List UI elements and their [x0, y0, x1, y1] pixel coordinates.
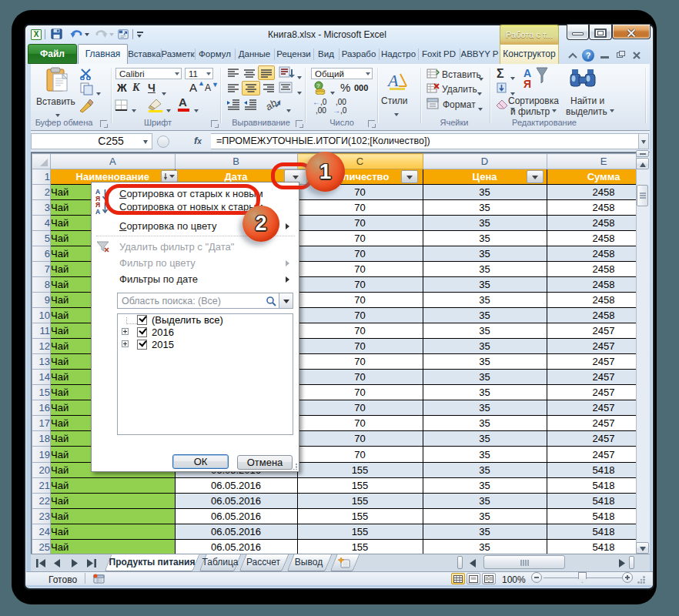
svg-text:A: A	[386, 71, 399, 90]
svg-text:?: ?	[316, 82, 320, 89]
svg-text:Я: Я	[523, 78, 531, 90]
svg-text:А: А	[95, 208, 100, 216]
